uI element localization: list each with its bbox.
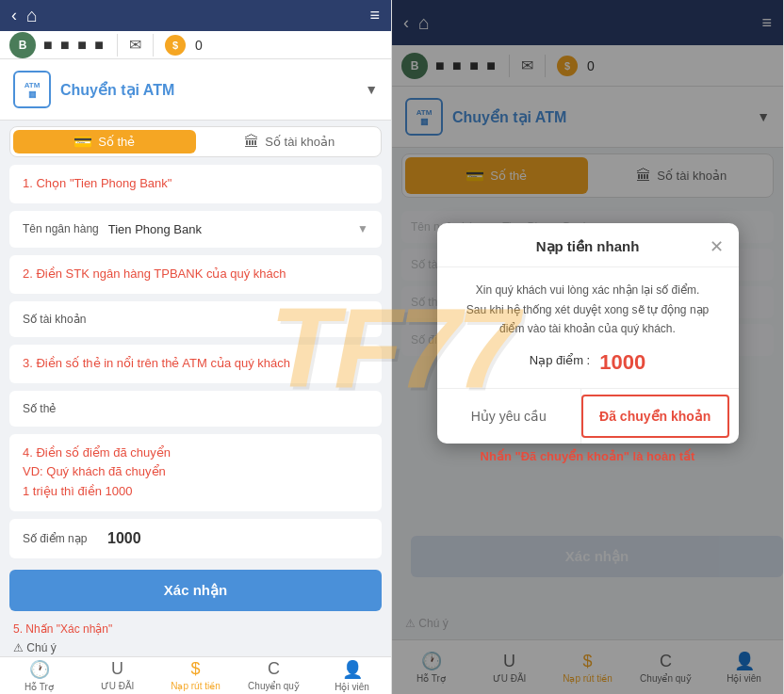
left-nav-promo[interactable]: U ƯU ĐÃI bbox=[78, 657, 156, 694]
right-panel: ‹ ⌂ ≡ B ■ ■ ■ ■ ✉ $ 0 ATM ▦ Chuyển tại A… bbox=[392, 0, 784, 694]
left-account-tab-icon: 🏛 bbox=[244, 134, 259, 151]
right-modal-wrapper: Nạp tiền nhanh ✕ Xin quý khách vui lòng … bbox=[392, 223, 783, 470]
right-modal-box: Nạp tiền nhanh ✕ Xin quý khách vui lòng … bbox=[437, 223, 739, 443]
left-tab-account[interactable]: 🏛 Số tài khoản bbox=[199, 127, 382, 156]
right-modal-close[interactable]: ✕ bbox=[701, 236, 724, 257]
right-modal-title: Nạp tiền nhanh bbox=[475, 238, 701, 255]
left-dots-icon: ■ ■ ■ ■ bbox=[43, 37, 106, 54]
left-instruction-6: 1 triệu thì điền 1000 bbox=[23, 482, 368, 502]
left-bottom-instruction: 5. Nhấn "Xác nhận" bbox=[0, 619, 391, 639]
right-modal-desc: Xin quý khách vui lòng xác nhận lại số đ… bbox=[452, 281, 724, 338]
left-bank-row: Tên ngân hàng Tien Phong Bank ▼ bbox=[9, 213, 382, 246]
left-home-button[interactable]: ⌂ bbox=[26, 5, 38, 26]
left-hamburger-icon[interactable]: ≡ bbox=[369, 6, 380, 24]
right-modal-confirm-button[interactable]: Đã chuyển khoản bbox=[581, 395, 729, 438]
left-card-tab-label: Số thẻ bbox=[98, 135, 135, 149]
left-tab-card[interactable]: 💳 Số thẻ bbox=[13, 130, 196, 153]
left-separator-1 bbox=[117, 34, 118, 56]
left-nav-deposit[interactable]: $ Nạp rút tiền bbox=[156, 657, 235, 694]
left-nav-transfer[interactable]: C Chuyển quỹ bbox=[235, 657, 313, 694]
left-nav-transfer-label: Chuyển quỹ bbox=[248, 681, 300, 691]
left-envelope-icon[interactable]: ✉ bbox=[129, 36, 141, 54]
left-nav-member-icon: 👤 bbox=[342, 659, 363, 680]
left-account-section: Số tài khoản bbox=[9, 301, 382, 337]
left-instructions: 1. Chọn "Tien Phong Bank" bbox=[9, 165, 382, 203]
left-card-label: Số thẻ bbox=[23, 402, 98, 415]
left-nav-support-label: Hỗ Trợ bbox=[24, 682, 54, 692]
left-separator-2 bbox=[153, 34, 154, 56]
left-balance: 0 bbox=[195, 38, 203, 53]
left-nav-support-icon: 🕐 bbox=[29, 659, 50, 680]
left-top-bar-left: ‹ ⌂ bbox=[11, 5, 38, 26]
left-back-button[interactable]: ‹ bbox=[11, 6, 17, 25]
left-user-bar: B ■ ■ ■ ■ ✉ $ 0 bbox=[0, 31, 391, 59]
right-modal-cancel-button[interactable]: Hủy yêu cầu bbox=[437, 389, 581, 444]
right-modal-desc-line2: Sau khi hệ thống xét duyệt xong sẽ tự độ… bbox=[466, 303, 709, 316]
left-top-bar: ‹ ⌂ ≡ bbox=[0, 0, 391, 31]
left-instructions-2: 2. Điền STK ngân hàng TPBANK của quý khá… bbox=[9, 255, 382, 294]
left-points-row: Số điểm nạp 1000 bbox=[9, 521, 382, 557]
left-instructions-4: 4. Điền số điểm đã chuyển VD: Quý khách … bbox=[9, 434, 382, 511]
left-instruction-1: 1. Chọn "Tien Phong Bank" bbox=[23, 174, 368, 194]
right-modal-header: Nạp tiền nhanh ✕ bbox=[437, 223, 739, 267]
left-points-section: Số điểm nạp 1000 bbox=[9, 519, 382, 558]
left-instruction-5: VD: Quý khách đã chuyển bbox=[23, 462, 368, 482]
left-transfer-title: Chuyển tại ATM bbox=[60, 81, 355, 99]
left-nav-deposit-label: Nạp rút tiền bbox=[171, 681, 220, 691]
right-modal-amount-value: 1000 bbox=[599, 350, 645, 375]
left-confirm-button[interactable]: Xác nhận bbox=[9, 570, 382, 611]
left-bottom-nav: 🕐 Hỗ Trợ U ƯU ĐÃI $ Nạp rút tiền C Chuyể… bbox=[0, 656, 391, 694]
left-panel: ‹ ⌂ ≡ B ■ ■ ■ ■ ✉ $ 0 ATM ▦ Chuyển tại A… bbox=[0, 0, 392, 694]
left-bank-chevron[interactable]: ▼ bbox=[357, 222, 368, 235]
left-instruction-3: 3. Điền số thẻ in nổi trên thẻ ATM của q… bbox=[23, 354, 368, 374]
right-modal-amount-row: Nạp điểm : 1000 bbox=[452, 350, 724, 375]
left-form-section: Tên ngân hàng Tien Phong Bank ▼ bbox=[9, 211, 382, 248]
left-nav-transfer-icon: C bbox=[268, 659, 280, 679]
left-nav-member[interactable]: 👤 Hội viên bbox=[313, 657, 391, 694]
right-modal-desc-line3: điểm vào tài khoản của quý khách. bbox=[499, 322, 676, 335]
left-transfer-chevron[interactable]: ▼ bbox=[365, 82, 378, 97]
right-modal-footer: Hủy yêu cầu Đã chuyển khoản bbox=[437, 388, 739, 444]
left-atm-icon: ATM ▦ bbox=[13, 71, 51, 108]
left-instruction-4: 4. Điền số điểm đã chuyển bbox=[23, 444, 368, 463]
left-bank-label: Tên ngân hàng bbox=[23, 222, 99, 235]
left-nav-promo-icon: U bbox=[111, 659, 123, 679]
left-account-label: Số tài khoản bbox=[23, 313, 98, 326]
left-points-label: Số điểm nạp bbox=[23, 532, 98, 545]
left-bottom-note: ⚠ Chú ý bbox=[0, 639, 391, 656]
left-nav-promo-label: ƯU ĐÃI bbox=[101, 681, 135, 691]
left-card-row: Số thẻ bbox=[9, 393, 382, 425]
left-nav-support[interactable]: 🕐 Hỗ Trợ bbox=[0, 657, 78, 694]
right-modal-overlay: Nạp tiền nhanh ✕ Xin quý khách vui lòng … bbox=[392, 0, 783, 694]
left-tab-row: 💳 Số thẻ 🏛 Số tài khoản bbox=[9, 126, 382, 157]
left-top-bar-right: ≡ bbox=[369, 6, 380, 25]
left-card-tab-icon: 💳 bbox=[74, 133, 92, 151]
left-instructions-3: 3. Điền số thẻ in nổi trên thẻ ATM của q… bbox=[9, 345, 382, 383]
left-transfer-header: ATM ▦ Chuyển tại ATM ▼ bbox=[0, 59, 391, 121]
left-avatar: B bbox=[9, 32, 36, 58]
right-modal-body: Xin quý khách vui lòng xác nhận lại số đ… bbox=[437, 267, 739, 387]
right-modal-desc-line1: Xin quý khách vui lòng xác nhận lại số đ… bbox=[476, 283, 699, 297]
left-nav-deposit-icon: $ bbox=[190, 659, 200, 679]
left-nav-member-label: Hội viên bbox=[335, 682, 369, 692]
left-bank-value: Tien Phong Bank bbox=[108, 222, 348, 236]
left-account-row: Số tài khoản bbox=[9, 303, 382, 335]
left-coin-icon: $ bbox=[165, 35, 186, 56]
left-instruction-2: 2. Điền STK ngân hàng TPBANK của quý khá… bbox=[23, 265, 368, 284]
left-card-section: Số thẻ bbox=[9, 391, 382, 427]
right-modal-amount-label: Nạp điểm : bbox=[530, 353, 590, 367]
left-points-value: 1000 bbox=[107, 530, 141, 547]
right-modal-confirm-note: Nhấn "Đã chuyển khoản" là hoàn tất bbox=[467, 444, 709, 471]
left-account-tab-label: Số tài khoản bbox=[265, 135, 335, 149]
